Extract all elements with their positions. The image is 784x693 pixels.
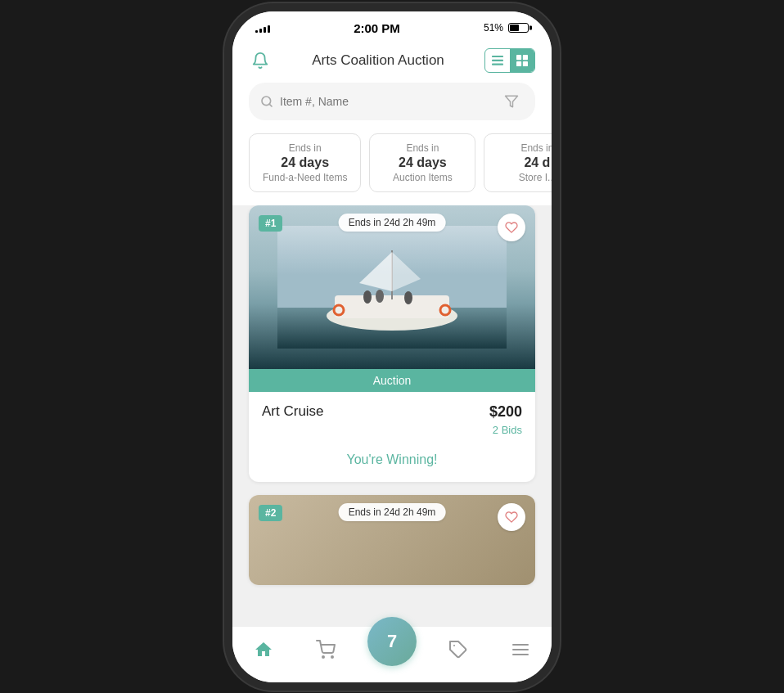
nav-menu[interactable]	[500, 639, 541, 660]
search-input[interactable]	[280, 95, 493, 108]
card-bids-1: 2 Bids	[262, 424, 522, 436]
svg-point-17	[363, 290, 372, 304]
svg-point-18	[376, 290, 384, 303]
grid-view-button[interactable]	[510, 49, 534, 72]
store-ends-label: Ends in	[498, 142, 552, 154]
search-icon	[260, 95, 273, 108]
items-list: #1 Ends in 24d 2h 49m	[232, 205, 552, 626]
fund-name: Fund-a-Need Items	[263, 172, 347, 183]
svg-point-19	[404, 291, 412, 304]
svg-point-23	[331, 656, 333, 658]
heart-button-1[interactable]	[498, 214, 525, 241]
card-title-1: Art Cruise	[262, 403, 324, 420]
fund-days: 24 days	[263, 155, 347, 170]
svg-point-22	[322, 656, 324, 658]
cart-icon	[315, 639, 336, 660]
card-type-1: Auction	[249, 369, 535, 392]
search-container	[232, 83, 552, 130]
categories-row: Ends in 24 days Fund-a-Need Items Ends i…	[232, 130, 552, 205]
store-days: 24 d	[498, 155, 552, 170]
signal-area	[255, 23, 270, 33]
filter-button[interactable]	[499, 89, 524, 114]
category-fund-a-need[interactable]: Ends in 24 days Fund-a-Need Items	[249, 133, 361, 192]
category-store[interactable]: Ends in 24 d Store I...	[484, 133, 552, 192]
item-badge-1: #1	[259, 215, 282, 232]
header: Arts Coalition Auction	[232, 42, 552, 83]
category-auction[interactable]: Ends in 24 days Auction Items	[369, 133, 475, 192]
nav-cart[interactable]	[305, 639, 346, 660]
search-bar	[249, 83, 535, 120]
card-winning-1: You're Winning!	[262, 446, 522, 470]
svg-rect-6	[523, 61, 528, 65]
item-badge-2: #2	[259, 505, 282, 521]
status-bar: 2:00 PM 51%	[232, 11, 552, 42]
boat-scene-svg	[277, 226, 507, 349]
svg-rect-5	[516, 61, 521, 65]
battery-icon	[508, 23, 529, 33]
nav-tag[interactable]	[438, 639, 479, 660]
status-time: 2:00 PM	[354, 21, 400, 35]
nav-center-button[interactable]: 7	[367, 617, 417, 666]
item-card-2[interactable]: #2 Ends in 24d 2h 49m	[249, 495, 535, 585]
card-title-row-1: Art Cruise $200	[262, 403, 522, 421]
item-time-1: Ends in 24d 2h 49m	[339, 214, 446, 232]
phone-frame: 2:00 PM 51% Arts Coalition Auction	[232, 11, 552, 682]
battery-area: 51%	[484, 22, 529, 34]
home-icon	[253, 639, 274, 660]
fund-ends-label: Ends in	[263, 142, 347, 154]
svg-rect-2	[492, 63, 503, 65]
auction-ends-label: Ends in	[383, 142, 462, 154]
card-image-container-2: #2 Ends in 24d 2h 49m	[249, 495, 535, 585]
menu-icon	[510, 639, 531, 660]
battery-percent: 51%	[484, 22, 503, 34]
bottom-nav: 7	[232, 626, 552, 682]
card-body-1: Art Cruise $200 2 Bids You're Winning!	[249, 392, 535, 482]
header-title: Arts Coalition Auction	[312, 52, 444, 69]
svg-rect-4	[523, 55, 528, 60]
signal-icon	[255, 23, 270, 33]
view-toggle	[484, 48, 535, 73]
svg-marker-9	[506, 96, 518, 107]
heart-button-2[interactable]	[498, 503, 525, 531]
svg-rect-0	[492, 55, 503, 56]
svg-line-8	[269, 104, 272, 106]
item-card-1[interactable]: #1 Ends in 24d 2h 49m	[249, 205, 535, 482]
auction-name: Auction Items	[383, 172, 462, 183]
list-view-button[interactable]	[485, 49, 510, 72]
card-price-1: $200	[489, 403, 522, 421]
auction-days: 24 days	[383, 155, 462, 170]
item-time-2: Ends in 24d 2h 49m	[339, 503, 446, 521]
svg-rect-1	[492, 59, 503, 61]
tag-icon	[448, 639, 469, 660]
card-image-container-1: #1 Ends in 24d 2h 49m	[249, 205, 535, 369]
center-count: 7	[387, 631, 397, 652]
store-name: Store I...	[498, 172, 552, 183]
svg-rect-3	[516, 55, 521, 60]
bell-icon[interactable]	[249, 49, 272, 72]
nav-home[interactable]	[243, 639, 284, 660]
